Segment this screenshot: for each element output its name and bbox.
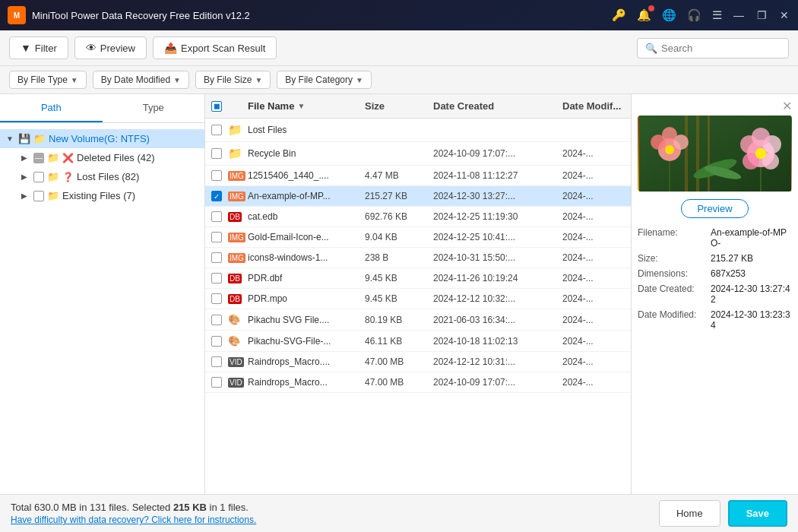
select-all-checkbox[interactable]: ◼ bbox=[211, 101, 222, 112]
filter-button[interactable]: ▼ Filter bbox=[9, 36, 68, 59]
file-name-cell: icons8-windows-1... bbox=[248, 252, 365, 263]
status-buttons: Home Save bbox=[659, 500, 787, 527]
tree-checkbox-existing[interactable] bbox=[33, 191, 44, 201]
main-toolbar: ▼ Filter 👁 Preview 📤 Export Scan Result … bbox=[0, 30, 798, 66]
existing-folder-icon: 📁 bbox=[47, 190, 59, 201]
meta-size-label: Size: bbox=[638, 253, 706, 264]
row-checkbox[interactable]: ✓ bbox=[211, 191, 222, 201]
table-row[interactable]: 📁 Recycle Bin 2024-10-09 17:07:... 2024-… bbox=[205, 142, 631, 166]
row-checkbox[interactable] bbox=[211, 170, 222, 181]
file-type-icon: VID bbox=[228, 357, 248, 367]
search-box[interactable]: 🔍 bbox=[637, 38, 789, 59]
row-checkbox-wrap[interactable] bbox=[205, 148, 228, 159]
row-checkbox[interactable] bbox=[211, 232, 222, 242]
svg-rect-4 bbox=[696, 116, 699, 192]
row-checkbox-wrap[interactable]: ✓ bbox=[205, 191, 228, 201]
row-checkbox[interactable] bbox=[211, 356, 222, 367]
table-row[interactable]: DB cat.edb 692.76 KB 2024-12-25 11:19:30… bbox=[205, 207, 631, 227]
table-row[interactable]: 🎨 Pikachu-SVG-File-... 46.11 KB 2024-10-… bbox=[205, 331, 631, 352]
tree-checkbox-lost[interactable] bbox=[33, 172, 44, 182]
preview-button[interactable]: 👁 Preview bbox=[74, 36, 147, 59]
table-row[interactable]: ✓ IMG An-example-of-MP... 215.27 KB 2024… bbox=[205, 186, 631, 207]
file-type-filter[interactable]: By File Type ▼ bbox=[9, 71, 87, 89]
key-icon[interactable]: 🔑 bbox=[612, 8, 626, 22]
menu-icon[interactable]: ☰ bbox=[712, 8, 722, 22]
file-name-cell: cat.edb bbox=[248, 211, 365, 222]
row-checkbox-wrap[interactable] bbox=[205, 125, 228, 135]
row-checkbox[interactable] bbox=[211, 211, 222, 222]
preview-action-button[interactable]: Preview bbox=[681, 199, 748, 218]
table-row[interactable]: DB PDR.dbf 9.45 KB 2024-11-26 10:19:24 2… bbox=[205, 268, 631, 289]
table-row[interactable]: IMG 12515406_1440_.... 4.47 MB 2024-11-0… bbox=[205, 166, 631, 186]
svg-point-9 bbox=[662, 127, 677, 142]
headphone-icon[interactable]: 🎧 bbox=[687, 8, 701, 22]
table-row[interactable]: IMG icons8-windows-1... 238 B 2024-10-31… bbox=[205, 248, 631, 268]
row-checkbox-wrap[interactable] bbox=[205, 273, 228, 283]
row-checkbox[interactable] bbox=[211, 315, 222, 325]
svg-point-17 bbox=[755, 148, 766, 159]
file-date-cell: 2024-12-25 11:19:30 bbox=[433, 211, 562, 222]
tree-lost-files[interactable]: ▶ 📁 ❓ Lost Files (82) bbox=[0, 167, 204, 186]
tab-type[interactable]: Type bbox=[103, 94, 205, 122]
row-checkbox[interactable] bbox=[211, 293, 222, 304]
row-checkbox-wrap[interactable] bbox=[205, 336, 228, 347]
table-row[interactable]: IMG Gold-Email-Icon-e... 9.04 KB 2024-12… bbox=[205, 227, 631, 248]
notification-bell-icon[interactable]: 🔔 bbox=[637, 8, 651, 22]
meta-date-created-row: Date Created: 2024-12-30 13:27:42 bbox=[638, 283, 792, 305]
row-checkbox-wrap[interactable] bbox=[205, 356, 228, 367]
meta-dimensions-label: Dimensions: bbox=[638, 268, 706, 279]
tab-path[interactable]: Path bbox=[0, 94, 103, 122]
save-button[interactable]: Save bbox=[728, 500, 787, 527]
file-size-cell: 46.11 KB bbox=[365, 336, 433, 347]
file-modified-cell: 2024-... bbox=[562, 377, 631, 388]
table-row[interactable]: 📁 Lost Files bbox=[205, 119, 631, 142]
row-checkbox[interactable] bbox=[211, 125, 222, 135]
dropdown-arrow-icon: ▼ bbox=[255, 76, 262, 84]
table-row[interactable]: 🎨 Pikachu SVG File.... 80.19 KB 2021-06-… bbox=[205, 309, 631, 331]
meta-filename-label: Filename: bbox=[638, 227, 706, 249]
row-checkbox-wrap[interactable] bbox=[205, 315, 228, 325]
globe-icon[interactable]: 🌐 bbox=[662, 8, 676, 22]
home-button[interactable]: Home bbox=[659, 500, 720, 527]
preview-close-button[interactable]: ✕ bbox=[638, 100, 792, 112]
date-modified-filter[interactable]: By Date Modified ▼ bbox=[93, 71, 189, 89]
close-button[interactable]: ✕ bbox=[778, 9, 790, 21]
table-row[interactable]: DB PDR.mpo 9.45 KB 2024-12-12 10:32:... … bbox=[205, 289, 631, 309]
row-checkbox-wrap[interactable] bbox=[205, 252, 228, 263]
row-checkbox[interactable] bbox=[211, 273, 222, 283]
tree-existing-files[interactable]: ▶ 📁 Existing Files (7) bbox=[0, 186, 204, 205]
row-checkbox[interactable] bbox=[211, 252, 222, 263]
search-input[interactable] bbox=[661, 43, 781, 54]
restore-button[interactable]: ❐ bbox=[755, 9, 768, 21]
table-row[interactable]: VID Raindrops_Macro.... 47.00 MB 2024-12… bbox=[205, 352, 631, 372]
table-row[interactable]: VID Raindrops_Macro... 47.00 MB 2024-10-… bbox=[205, 372, 631, 393]
dropdown-arrow-icon: ▼ bbox=[173, 76, 181, 84]
row-checkbox-wrap[interactable] bbox=[205, 232, 228, 242]
middle-panel: ◼ File Name ▼ Size Date Created Date Mod… bbox=[205, 94, 631, 494]
row-checkbox[interactable] bbox=[211, 336, 222, 347]
file-category-label: By File Category bbox=[285, 74, 353, 85]
row-checkbox-wrap[interactable] bbox=[205, 211, 228, 222]
file-size-filter[interactable]: By File Size ▼ bbox=[195, 71, 271, 89]
export-button[interactable]: 📤 Export Scan Result bbox=[153, 36, 277, 59]
file-date-cell: 2024-12-25 10:41:... bbox=[433, 232, 562, 242]
tree-checkbox-deleted[interactable]: — bbox=[33, 153, 44, 163]
row-checkbox[interactable] bbox=[211, 377, 222, 388]
file-modified-cell: 2024-... bbox=[562, 211, 631, 222]
tree-root-item[interactable]: ▼ 💾 📁 New Volume(G: NTFS) bbox=[0, 129, 204, 148]
tree-deleted-files[interactable]: ▶ — 📁 ❌ Deleted Files (42) bbox=[0, 148, 204, 167]
row-checkbox-wrap[interactable] bbox=[205, 293, 228, 304]
minimize-button[interactable]: — bbox=[733, 9, 745, 21]
row-checkbox-wrap[interactable] bbox=[205, 377, 228, 388]
status-summary: Total 630.0 MB in 131 files. Selected 21… bbox=[11, 502, 256, 513]
file-name-cell: Raindrops_Macro.... bbox=[248, 356, 365, 367]
header-filename-col[interactable]: File Name ▼ bbox=[248, 100, 365, 112]
file-date-cell: 2024-11-08 11:12:27 bbox=[433, 170, 562, 181]
file-category-filter[interactable]: By File Category ▼ bbox=[277, 71, 372, 89]
row-checkbox-wrap[interactable] bbox=[205, 170, 228, 181]
file-type-icon: IMG bbox=[228, 192, 248, 201]
help-link[interactable]: Have difficulty with data recovery? Clic… bbox=[11, 515, 256, 525]
dropdown-arrow-icon: ▼ bbox=[71, 76, 78, 84]
file-date-cell: 2024-12-12 10:32:... bbox=[433, 293, 562, 304]
row-checkbox[interactable] bbox=[211, 148, 222, 159]
